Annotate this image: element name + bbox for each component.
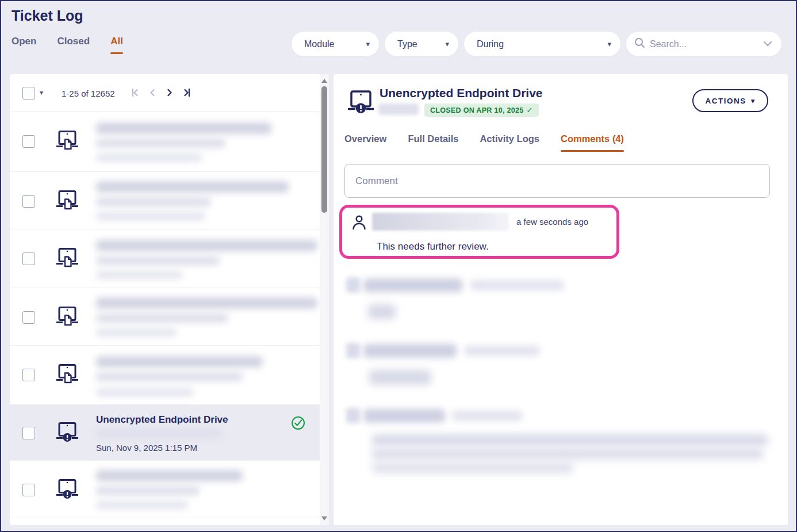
redacted-timestamp <box>96 388 194 396</box>
row-checkbox[interactable] <box>22 195 35 208</box>
comment-body: This needs further review. <box>377 241 489 252</box>
row-checkbox[interactable] <box>22 484 35 496</box>
type-filter-dropdown[interactable]: Type ▾ <box>385 32 458 56</box>
laptop-alert-icon <box>347 90 374 117</box>
redacted-comment-body <box>372 462 573 473</box>
redacted-comment-author <box>363 409 445 423</box>
laptop-document-icon <box>56 363 79 388</box>
next-page-button[interactable] <box>164 87 175 98</box>
search-icon <box>634 37 645 51</box>
redacted-subtitle <box>96 429 223 438</box>
redacted-timestamp <box>96 212 205 220</box>
chevron-down-icon: ▾ <box>445 40 449 48</box>
ticket-row-redacted[interactable] <box>10 112 320 172</box>
ticket-row-selected[interactable]: Unencrypted Endpoint Drive Sun, Nov 9, 2… <box>10 405 320 461</box>
module-filter-label: Module <box>304 39 334 49</box>
chevron-down-icon: ▾ <box>607 40 611 48</box>
search-box[interactable] <box>626 32 781 56</box>
chevron-down-icon <box>763 40 772 48</box>
tab-all[interactable]: All <box>110 36 123 54</box>
redacted-timestamp <box>96 271 182 279</box>
redacted-comment-time <box>465 346 539 356</box>
ticket-detail-panel: Unencrypted Endpoint Drive CLOSED ON APR… <box>334 74 788 525</box>
redacted-title <box>96 181 289 193</box>
redacted-subtitle <box>96 139 225 148</box>
search-input[interactable] <box>650 39 748 49</box>
status-tabs: Open Closed All <box>12 36 123 54</box>
redacted-comment-author <box>363 278 462 292</box>
list-toolbar: ▾ 1-25 of 12652 <box>10 74 320 112</box>
pagination-controls <box>129 87 193 98</box>
redacted-comment-body <box>369 370 431 385</box>
last-page-button[interactable] <box>181 87 193 98</box>
chevron-down-icon: ▾ <box>366 40 370 48</box>
pagination-range: 1-25 of 12652 <box>62 89 115 98</box>
ticket-title: Unencrypted Endpoint Drive <box>96 414 228 426</box>
laptop-document-icon <box>56 306 79 330</box>
redacted-comment-author <box>363 344 457 358</box>
check-icon: ✓ <box>526 106 532 114</box>
resolved-check-icon <box>290 415 306 433</box>
redacted-title <box>96 470 243 481</box>
redacted-subtitle <box>96 372 243 381</box>
actions-button[interactable]: ACTIONS ▾ <box>692 89 768 112</box>
redacted-title <box>96 240 317 251</box>
filter-bar: Module ▾ Type ▾ During ▾ <box>292 32 781 56</box>
redacted-subtitle <box>96 486 200 495</box>
highlighted-comment: a few seconds ago This needs further rev… <box>339 205 619 259</box>
ticket-timestamp: Sun, Nov 9, 2025 1:15 PM <box>96 443 197 453</box>
laptop-document-icon <box>56 190 79 214</box>
tab-comments[interactable]: Comments (4) <box>561 133 624 152</box>
row-checkbox[interactable] <box>22 427 35 439</box>
ticket-row-redacted[interactable] <box>10 288 320 346</box>
tab-overview[interactable]: Overview <box>344 133 386 152</box>
tab-full-details[interactable]: Full Details <box>408 133 458 152</box>
module-filter-dropdown[interactable]: Module ▾ <box>292 32 379 56</box>
redacted-comment-author <box>372 213 509 231</box>
ticket-list-panel: ▾ 1-25 of 12652 <box>10 74 329 525</box>
prev-page-button[interactable] <box>147 87 158 98</box>
tab-open[interactable]: Open <box>12 36 36 54</box>
comment-time: a few seconds ago <box>516 217 588 227</box>
select-options-caret-icon[interactable]: ▾ <box>40 89 43 97</box>
row-checkbox[interactable] <box>22 369 35 381</box>
redacted-ticket-id <box>378 104 419 115</box>
row-checkbox[interactable] <box>22 311 35 324</box>
ticket-row-redacted[interactable] <box>10 461 320 518</box>
ticket-row-redacted[interactable] <box>10 172 320 229</box>
row-checkbox[interactable] <box>22 135 35 148</box>
laptop-alert-icon <box>56 422 79 446</box>
redacted-comment-time <box>470 280 564 290</box>
redacted-title <box>96 356 263 368</box>
redacted-title <box>96 297 317 309</box>
tab-closed[interactable]: Closed <box>57 36 90 54</box>
caret-down-icon: ▾ <box>751 96 756 105</box>
status-badge-label: CLOSED ON APR 10, 2025 <box>430 106 523 114</box>
scrollbar-thumb[interactable] <box>321 86 327 213</box>
tab-activity-logs[interactable]: Activity Logs <box>480 133 539 152</box>
redacted-timestamp <box>96 501 188 509</box>
during-filter-dropdown[interactable]: During ▾ <box>464 32 620 56</box>
user-icon <box>351 214 367 234</box>
ticket-row-redacted[interactable] <box>10 229 320 288</box>
redacted-user-icon <box>346 408 360 423</box>
redacted-title <box>96 123 271 134</box>
page-title: Ticket Log <box>12 7 83 24</box>
redacted-user-icon <box>346 343 360 358</box>
scroll-down-icon[interactable] <box>321 516 327 520</box>
comment-input[interactable] <box>344 164 770 198</box>
redacted-comment-time <box>452 411 522 421</box>
redacted-subtitle <box>96 256 220 265</box>
status-badge: CLOSED ON APR 10, 2025 ✓ <box>424 104 539 117</box>
detail-tabs: Overview Full Details Activity Logs Comm… <box>344 133 624 152</box>
ticket-detail-title: Unencrypted Endpoint Drive <box>380 86 543 100</box>
ticket-rows: Unencrypted Endpoint Drive Sun, Nov 9, 2… <box>10 112 320 518</box>
select-all-checkbox[interactable] <box>22 87 35 99</box>
first-page-button[interactable] <box>129 87 141 98</box>
redacted-subtitle <box>96 313 228 323</box>
during-filter-label: During <box>477 39 504 49</box>
ticket-row-redacted[interactable] <box>10 346 320 405</box>
scroll-up-icon[interactable] <box>321 79 327 83</box>
row-checkbox[interactable] <box>22 252 35 265</box>
list-scrollbar[interactable] <box>320 74 329 525</box>
